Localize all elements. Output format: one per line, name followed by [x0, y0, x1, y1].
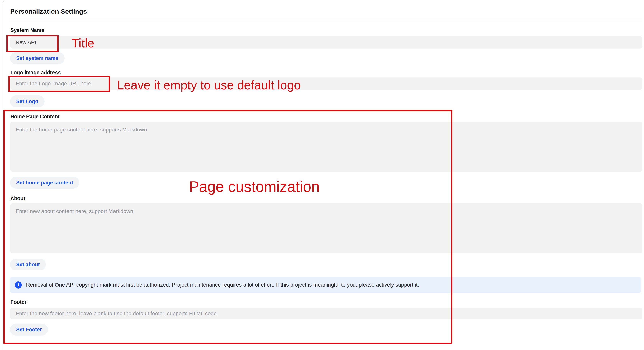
logo-address-input[interactable] [10, 77, 642, 90]
set-system-name-button[interactable]: Set system name [10, 52, 65, 64]
title-divider [10, 20, 643, 20]
copyright-notice-banner: i Removal of One API copyright mark must… [10, 277, 641, 293]
set-logo-button[interactable]: Set Logo [10, 96, 44, 107]
about-label: About [10, 195, 25, 202]
home-page-content-textarea[interactable] [10, 122, 642, 172]
footer-input[interactable] [10, 307, 642, 319]
about-textarea[interactable] [10, 203, 642, 253]
system-name-input[interactable] [10, 36, 642, 49]
logo-address-label: Logo image address [10, 69, 61, 76]
page-title: Personalization Settings [10, 8, 87, 15]
set-home-page-content-button[interactable]: Set home page content [10, 177, 79, 189]
system-name-label: System Name [10, 27, 44, 34]
settings-card [2, 1, 644, 350]
info-icon: i [15, 281, 22, 288]
footer-label: Footer [10, 299, 26, 305]
set-about-button[interactable]: Set about [10, 259, 46, 270]
home-page-content-label: Home Page Content [10, 113, 60, 120]
copyright-notice-text: Removal of One API copyright mark must f… [26, 282, 419, 288]
set-footer-button[interactable]: Set Footer [10, 324, 48, 335]
